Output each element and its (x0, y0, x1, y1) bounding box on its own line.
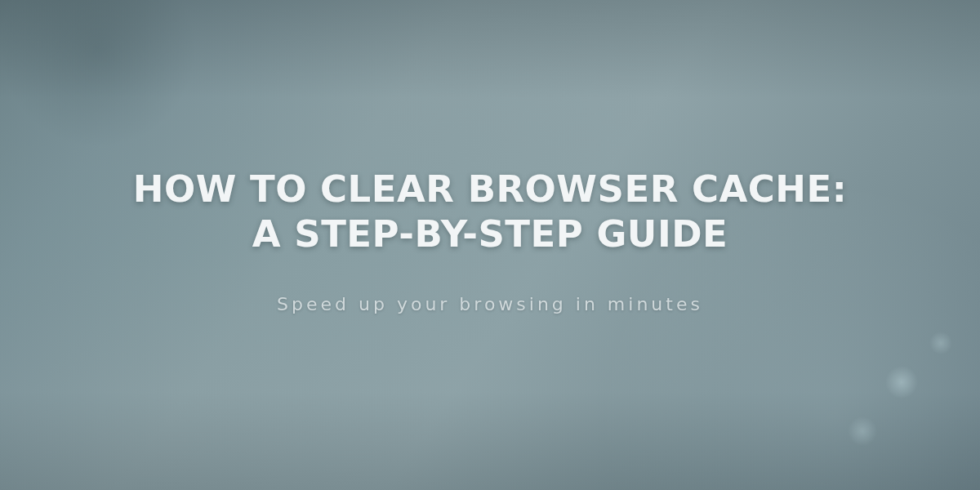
hero-banner: HOW TO CLEAR BROWSER CACHE: A STEP-BY-ST… (0, 0, 980, 490)
page-title: HOW TO CLEAR BROWSER CACHE: A STEP-BY-ST… (114, 167, 866, 257)
page-subtitle: Speed up your browsing in minutes (277, 294, 703, 314)
